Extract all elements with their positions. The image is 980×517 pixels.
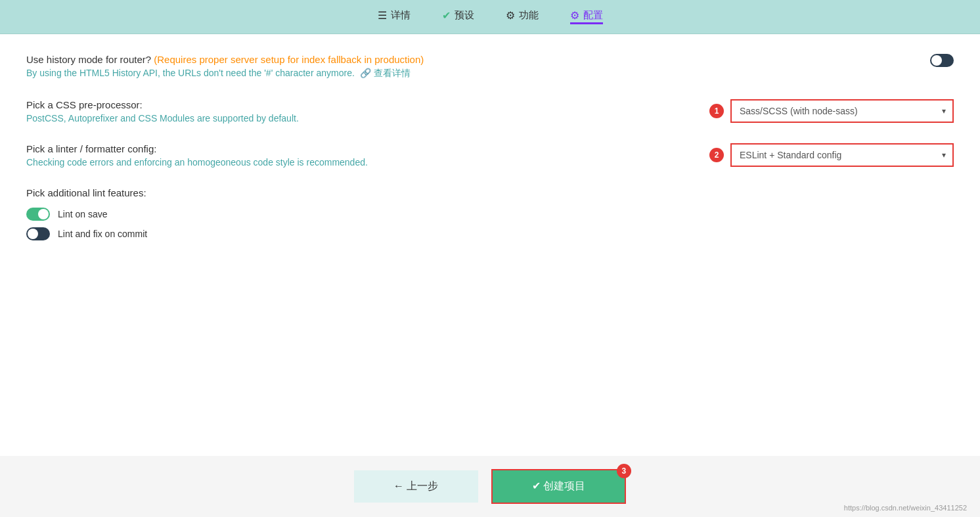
lint-on-save-item: Lint on save <box>26 208 954 221</box>
history-section-left: Use history mode for router? (Requires p… <box>26 54 617 79</box>
lint-features-title: Pick additional lint features: <box>26 187 954 198</box>
create-label: ✔ 创建项目 <box>532 480 585 493</box>
css-title: Pick a CSS pre-processor: <box>26 99 617 110</box>
prev-button[interactable]: ← 上一步 <box>354 470 478 503</box>
history-toggle[interactable] <box>930 54 954 67</box>
footer: ← 上一步 ✔ 创建项目 3 https://blog.csdn.net/wei… <box>0 456 980 517</box>
linter-select-container: ESLint with error prevention only ESLint… <box>730 143 954 167</box>
check-icon: ✔ <box>442 9 451 22</box>
linter-title: Pick a linter / formatter config: <box>26 143 617 154</box>
create-button[interactable]: ✔ 创建项目 3 <box>491 469 626 504</box>
css-dropdown-wrapper: 1 Sass/SCSS (with node-sass) Sass/SCSS (… <box>709 99 954 123</box>
linter-badge: 2 <box>709 148 724 162</box>
history-title: Use history mode for router? (Requires p… <box>26 54 617 65</box>
fork-icon: ⚙ <box>506 9 515 22</box>
lint-on-commit-label: Lint and fix on commit <box>58 229 147 239</box>
css-preprocessor-select[interactable]: Sass/SCSS (with node-sass) Sass/SCSS (wi… <box>730 99 954 123</box>
lint-features-section: Pick additional lint features: Lint on s… <box>26 187 954 240</box>
history-warning: (Requires proper server setup for index … <box>154 54 424 65</box>
history-toggle-container <box>930 54 954 67</box>
main-content: Use history mode for router? (Requires p… <box>0 34 980 456</box>
list-icon: ☰ <box>378 9 387 22</box>
nav-label-presets: 预设 <box>455 9 474 22</box>
lint-on-save-knob <box>38 209 49 219</box>
prev-label: ← 上一步 <box>393 480 438 493</box>
lint-on-commit-knob <box>28 229 38 239</box>
linter-section-left: Pick a linter / formatter config: Checki… <box>26 143 617 168</box>
linter-section: Pick a linter / formatter config: Checki… <box>26 143 954 168</box>
nav-item-features[interactable]: ⚙ 功能 <box>506 9 539 24</box>
lint-on-commit-toggle[interactable] <box>26 227 50 240</box>
nav-label-details: 详情 <box>391 9 411 22</box>
lint-on-save-label: Lint on save <box>58 209 108 219</box>
history-toggle-knob <box>931 55 942 66</box>
nav-item-config[interactable]: ⚙ 配置 <box>570 9 603 24</box>
top-navigation: ☰ 详情 ✔ 预设 ⚙ 功能 ⚙ 配置 <box>0 0 980 34</box>
nav-label-features: 功能 <box>519 9 539 22</box>
linter-select[interactable]: ESLint with error prevention only ESLint… <box>730 143 954 167</box>
css-section: Pick a CSS pre-processor: PostCSS, Autop… <box>26 99 954 124</box>
linter-subtitle: Checking code errors and enforcing an ho… <box>26 157 617 168</box>
lint-on-commit-item: Lint and fix on commit <box>26 227 954 240</box>
css-badge: 1 <box>709 104 724 118</box>
lint-on-save-toggle[interactable] <box>26 208 50 221</box>
nav-item-details[interactable]: ☰ 详情 <box>378 9 411 24</box>
url-hint: https://blog.csdn.net/weixin_43411252 <box>844 504 967 512</box>
history-detail-link[interactable]: 查看详情 <box>374 68 411 78</box>
create-badge: 3 <box>617 464 631 478</box>
css-subtitle: PostCSS, Autoprefixer and CSS Modules ar… <box>26 113 617 124</box>
history-subtitle: By using the HTML5 History API, the URLs… <box>26 68 617 79</box>
nav-label-config: 配置 <box>583 9 603 22</box>
gear-icon: ⚙ <box>570 9 579 22</box>
history-section: Use history mode for router? (Requires p… <box>26 54 954 79</box>
linter-dropdown-wrapper: 2 ESLint with error prevention only ESLi… <box>709 143 954 167</box>
css-section-left: Pick a CSS pre-processor: PostCSS, Autop… <box>26 99 617 124</box>
nav-item-presets[interactable]: ✔ 预设 <box>442 9 474 24</box>
css-select-container: Sass/SCSS (with node-sass) Sass/SCSS (wi… <box>730 99 954 123</box>
